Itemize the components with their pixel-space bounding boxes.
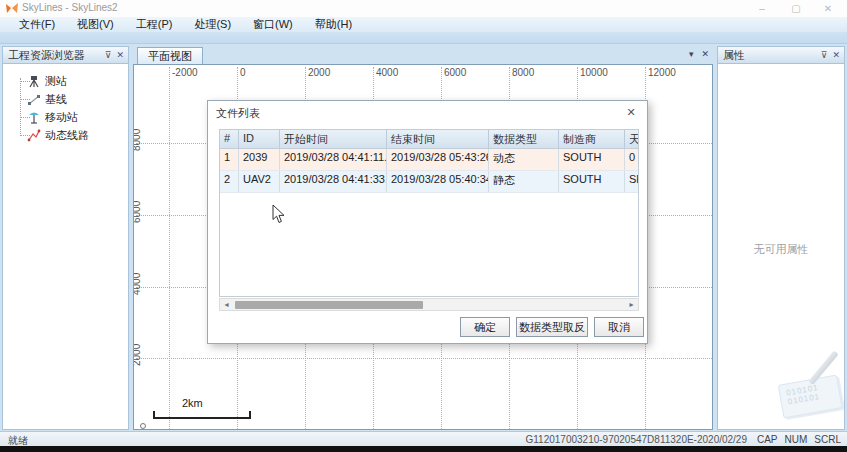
ruler-tick-label: 2000 — [133, 344, 142, 366]
menu-window[interactable]: 窗口(W) — [242, 17, 304, 32]
tree-item-label: 测站 — [45, 74, 67, 89]
col-header[interactable]: ID — [239, 130, 280, 148]
col-header[interactable]: 天 — [625, 130, 639, 148]
no-properties-text: 无可用属性 — [718, 242, 844, 257]
origin-marker — [140, 423, 146, 429]
ruler-tick-label: 6000 — [444, 67, 466, 78]
flag-scrl: SCRL — [814, 434, 841, 445]
col-header[interactable]: 开始时间 — [280, 130, 387, 148]
tree-item-rover[interactable]: 移动站 — [13, 108, 128, 126]
window-title: SkyLines - SkyLines2 — [22, 2, 118, 13]
left-panel-header: 工程资源浏览器 ⊽ ✕ — [2, 46, 129, 64]
ok-button[interactable]: 确定 — [460, 317, 510, 337]
cancel-button[interactable]: 取消 — [594, 317, 644, 337]
project-resource-tree: 测站 基线 移动站 — [2, 64, 129, 430]
ruler-tick-label: 4000 — [133, 273, 142, 295]
close-button[interactable]: ✕ — [813, 1, 843, 16]
col-header[interactable]: # — [220, 130, 239, 148]
tree-item-label: 基线 — [45, 92, 67, 107]
license-info-text: G112017003210-97020547D811320E-2020/02/2… — [526, 434, 748, 445]
app-logo-icon — [6, 3, 18, 14]
ruler-tick-label: 12000 — [648, 67, 676, 78]
ruler-tick-label: 0 — [240, 67, 246, 78]
properties-panel: 无可用属性 010101 010101 — [717, 64, 845, 430]
invert-datatype-button[interactable]: 数据类型取反 — [516, 317, 588, 337]
menu-project[interactable]: 工程(P) — [125, 17, 184, 32]
scroll-left-icon[interactable]: ◂ — [220, 299, 233, 310]
letterbox-bar — [0, 446, 847, 452]
maximize-button[interactable]: ▢ — [781, 1, 811, 16]
ruler-tick-label: 2000 — [308, 67, 330, 78]
left-panel-title: 工程资源浏览器 — [8, 49, 85, 61]
pin-icon[interactable]: ⊽ — [105, 47, 112, 63]
dialog-close-icon[interactable]: ✕ — [624, 105, 638, 119]
title-bar: SkyLines - SkyLines2 – ▢ ✕ — [0, 0, 847, 17]
menu-file[interactable]: 文件(F) — [8, 17, 66, 32]
table-header-row: # ID 开始时间 结束时间 数据类型 制造商 天 — [220, 130, 639, 149]
toolbar-strip — [0, 32, 847, 44]
gridline-v — [169, 67, 170, 429]
tree-item-baseline[interactable]: 基线 — [13, 90, 128, 108]
scale-label: 2km — [182, 397, 203, 409]
menu-view[interactable]: 视图(V) — [66, 17, 125, 32]
ruler-tick-label: 8000 — [133, 129, 142, 151]
mouse-cursor — [272, 204, 285, 224]
dialog-title: 文件列表 — [216, 106, 260, 121]
keyboard-flags: CAP NUM SCRL — [757, 434, 841, 445]
properties-panel-title: 属性 — [723, 49, 745, 61]
tree-item-station[interactable]: 测站 — [13, 72, 128, 90]
horizontal-scrollbar[interactable]: ◂ ▸ — [219, 298, 639, 311]
gridline-h — [136, 358, 712, 359]
ruler-tick-label: 4000 — [376, 67, 398, 78]
table-row[interactable]: 1 2039 2019/03/28 04:41:11.000 2019/03/2… — [220, 149, 639, 171]
close-icon[interactable]: ✕ — [832, 47, 840, 63]
col-header[interactable]: 结束时间 — [387, 130, 489, 148]
pin-icon[interactable]: ⊽ — [821, 47, 828, 63]
table-row[interactable]: 2 UAV2 2019/03/28 04:41:33.200 2019/03/2… — [220, 171, 639, 193]
col-header[interactable]: 数据类型 — [489, 130, 559, 148]
tree-item-dynamic-route[interactable]: 动态线路 — [13, 126, 128, 144]
ruler-tick-label: 6000 — [133, 201, 142, 223]
tab-plan-view[interactable]: 平面视图 — [137, 47, 203, 64]
tab-list-dropdown-icon[interactable]: ▾ — [689, 49, 694, 59]
scroll-right-icon[interactable]: ▸ — [625, 299, 638, 310]
document-tab-bar: 平面视图 ▾ ✕ — [133, 46, 713, 64]
tab-close-icon[interactable]: ✕ — [701, 49, 709, 59]
tree-item-label: 移动站 — [45, 110, 78, 125]
ruler-tick-label: -2000 — [172, 67, 198, 78]
ruler-tick-label: 10000 — [580, 67, 608, 78]
close-icon[interactable]: ✕ — [116, 47, 124, 63]
tree-item-label: 动态线路 — [45, 128, 89, 143]
col-header[interactable]: 制造商 — [559, 130, 625, 148]
app-window: SkyLines - SkyLines2 – ▢ ✕ 文件(F) 视图(V) 工… — [0, 0, 847, 452]
flag-num: NUM — [785, 434, 808, 445]
minimize-button[interactable]: – — [747, 1, 777, 16]
ruler-tick-label: 8000 — [512, 67, 534, 78]
properties-panel-header: 属性 ⊽ ✕ — [717, 46, 845, 64]
status-bar: 就绪 G112017003210-97020547D811320E-2020/0… — [0, 431, 847, 446]
menu-process[interactable]: 处理(S) — [183, 17, 242, 32]
scale-bar — [153, 411, 251, 419]
menu-help[interactable]: 帮助(H) — [304, 17, 363, 32]
menu-bar: 文件(F) 视图(V) 工程(P) 处理(S) 窗口(W) 帮助(H) — [0, 17, 847, 32]
watermark-logo: 010101 010101 — [772, 363, 845, 427]
gridline-h — [136, 429, 712, 430]
scrollbar-thumb[interactable] — [235, 301, 423, 309]
flag-cap: CAP — [757, 434, 778, 445]
